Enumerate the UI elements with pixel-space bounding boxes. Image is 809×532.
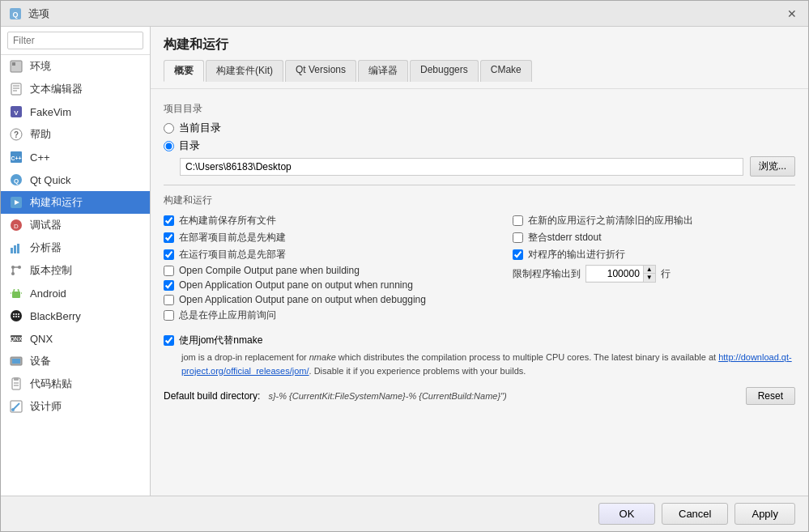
checkbox-save-before-build: 在构建前保存所有文件 <box>164 214 496 228</box>
limit-value-input[interactable] <box>586 266 643 281</box>
sidebar-label-debugger: 调试器 <box>30 218 62 232</box>
svg-text:?: ? <box>14 130 19 139</box>
options-right: 在新的应用运行之前清除旧的应用输出 整合stderr stdout 对程序的输出… <box>513 214 795 283</box>
limit-row: 限制程序输出到 ▲ ▼ 行 <box>513 265 795 283</box>
cb-ask-stop[interactable] <box>164 310 174 321</box>
tab-cmake[interactable]: CMake <box>480 60 532 82</box>
analyzer-icon <box>9 240 23 255</box>
blackberry-icon <box>9 309 23 323</box>
sidebar-item-qnx[interactable]: QNX QNX <box>1 327 150 350</box>
right-panel: 构建和运行 概要 构建套件(Kit) Qt Versions 编译器 Debug… <box>151 27 808 496</box>
svg-text:Q: Q <box>14 177 19 185</box>
sidebar-item-android[interactable]: Android <box>1 282 150 304</box>
sidebar-label-text-editor: 文本编辑器 <box>30 82 83 96</box>
cb-compile-label: Open Compile Output pane when building <box>179 265 360 276</box>
spinner-down[interactable]: ▼ <box>644 274 655 282</box>
cb-clear-old-output[interactable] <box>513 215 523 226</box>
sidebar-item-debugger[interactable]: D 调试器 <box>1 214 150 236</box>
cancel-button[interactable]: Cancel <box>662 503 728 525</box>
checkbox-build-before-run: 在运行项目前总是先部署 <box>164 248 496 262</box>
sidebar-item-text-editor[interactable]: 文本编辑器 <box>1 78 150 100</box>
radio-current-dir[interactable] <box>164 123 174 134</box>
filter-box <box>1 27 150 55</box>
dir-input[interactable] <box>180 158 743 176</box>
cpp-icon: C++ <box>9 150 23 164</box>
svg-rect-21 <box>14 245 16 253</box>
titlebar: Q 选项 ✕ <box>1 1 808 27</box>
cb-jom-label: 使用jom代替nmake <box>179 334 262 347</box>
sidebar-item-blackberry[interactable]: BlackBerry <box>1 304 150 327</box>
project-dir-radio-group: 当前目录 目录 浏览... <box>164 121 795 177</box>
tab-debuggers[interactable]: Debuggers <box>410 60 479 82</box>
tab-kits[interactable]: 构建套件(Kit) <box>206 60 283 82</box>
radio-row-current: 当前目录 <box>164 121 795 135</box>
cb-app-output-run[interactable] <box>164 280 174 291</box>
help-icon: ? <box>9 127 23 142</box>
cb-word-wrap[interactable] <box>513 249 523 260</box>
titlebar-left: Q 选项 <box>9 6 49 21</box>
sidebar-item-fakevim[interactable]: V FakeVim <box>1 100 150 123</box>
sidebar-item-qt-quick[interactable]: Q Qt Quick <box>1 168 150 191</box>
window-icon: Q <box>9 7 22 20</box>
sidebar-item-help[interactable]: ? 帮助 <box>1 123 150 146</box>
sidebar-item-build-run[interactable]: 构建和运行 <box>1 191 150 214</box>
cb-build-before-run[interactable] <box>164 249 174 260</box>
vcs-icon <box>9 263 23 278</box>
cb-save-before-build[interactable] <box>164 215 174 226</box>
checkbox-clear-old-output: 在新的应用运行之前清除旧的应用输出 <box>513 214 795 228</box>
close-button[interactable]: ✕ <box>784 6 800 22</box>
reset-button[interactable]: Reset <box>746 387 795 405</box>
svg-rect-28 <box>12 292 20 298</box>
svg-point-38 <box>18 313 19 315</box>
cb-ask-stop-label: 总是在停止应用前询问 <box>179 309 276 322</box>
sidebar-label-env: 环境 <box>30 59 51 74</box>
spinner-buttons: ▲ ▼ <box>643 266 655 282</box>
panel-header: 构建和运行 概要 构建套件(Kit) Qt Versions 编译器 Debug… <box>151 27 808 89</box>
sidebar-item-code-paste[interactable]: 代码粘贴 <box>1 372 150 395</box>
cb-app-output-debug[interactable] <box>164 295 174 305</box>
sidebar-label-android: Android <box>30 287 66 300</box>
sidebar-label-help: 帮助 <box>30 127 51 142</box>
sidebar-item-devices[interactable]: 设备 <box>1 350 150 372</box>
svg-rect-4 <box>11 83 21 95</box>
cb-always-deploy[interactable] <box>164 232 174 243</box>
sidebar-item-vcs[interactable]: 版本控制 <box>1 259 150 282</box>
tab-qt-versions[interactable]: Qt Versions <box>285 60 356 82</box>
sidebar-item-designer[interactable]: 设计师 <box>1 395 150 418</box>
qnx-icon: QNX <box>9 331 23 346</box>
cb-merge-stderr[interactable] <box>513 232 523 243</box>
cb-compile-output[interactable] <box>164 266 174 276</box>
filter-input[interactable] <box>7 32 143 49</box>
devices-icon <box>9 354 23 368</box>
apply-button[interactable]: Apply <box>734 503 795 525</box>
spinner-up[interactable]: ▲ <box>644 266 655 274</box>
checkbox-compile-output: Open Compile Output pane when building <box>164 265 496 276</box>
text-editor-icon <box>9 82 23 96</box>
sidebar-item-analyzer[interactable]: 分析器 <box>1 236 150 259</box>
build-run-section-label: 构建和运行 <box>164 194 795 207</box>
qt-quick-icon: Q <box>9 172 23 187</box>
cb-jom[interactable] <box>164 335 174 346</box>
jom-description: jom is a drop-in replacement for nmake w… <box>181 351 795 377</box>
ok-button[interactable]: OK <box>598 503 655 525</box>
cb-clear-label: 在新的应用运行之前清除旧的应用输出 <box>528 214 693 228</box>
radio-dir[interactable] <box>164 141 174 151</box>
checkbox-always-deploy: 在部署项目前总是先构建 <box>164 231 496 245</box>
checkbox-ask-stop: 总是在停止应用前询问 <box>164 309 496 322</box>
cb-stderr-label: 整合stderr stdout <box>528 231 602 245</box>
cb-app-run-label: Open Application Output pane on output w… <box>179 279 413 291</box>
tab-summary[interactable]: 概要 <box>164 60 204 82</box>
sidebar-item-cpp[interactable]: C++ C++ <box>1 146 150 168</box>
svg-text:QNX: QNX <box>10 336 23 343</box>
browse-button[interactable]: 浏览... <box>750 156 795 177</box>
sidebar-label-code-paste: 代码粘贴 <box>30 377 72 391</box>
radio-row-dir: 目录 <box>164 138 795 153</box>
sidebar-item-env[interactable]: 环境 <box>1 55 150 78</box>
jom-nmake: nmake <box>309 352 336 362</box>
tabs: 概要 构建套件(Kit) Qt Versions 编译器 Debuggers C… <box>164 60 795 82</box>
tab-compiler[interactable]: 编译器 <box>358 60 408 82</box>
jom-desc-part1: jom is a drop-in replacement for <box>181 352 309 362</box>
svg-rect-3 <box>12 62 15 66</box>
project-dir-section-label: 项目目录 <box>164 102 795 116</box>
sidebar-label-qt-quick: Qt Quick <box>30 174 71 186</box>
